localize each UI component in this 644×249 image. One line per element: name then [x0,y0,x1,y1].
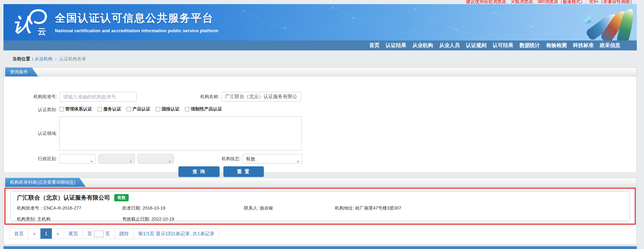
city-select[interactable]: ▼ [98,154,135,164]
nav-item-procurement-info[interactable]: 政采信息 [600,42,620,49]
nav-item-tech-standards[interactable]: 科技标准 [573,42,594,49]
main-nav: 首页 认证结果 从业机构 从业人员 认证规则 认可结果 数据统计 检验检测 科技… [3,40,637,50]
logo-cloud-glyph: 云 [38,26,46,37]
breadcrumb: 当前位置：从业机构/认证机构名录 [3,50,637,67]
checkbox-icon[interactable] [127,107,131,111]
pagination-prev[interactable]: « [28,228,40,239]
approval-number-label: 机构批准号: [4,92,57,102]
breadcrumb-link-agencies[interactable]: 从业机构 [35,56,52,61]
pagination-info: 第1/1页 显示1到1条记录, 共1条记录 [134,228,219,239]
nav-item-cert-rules[interactable]: 认证规则 [466,42,487,49]
chevron-down-icon: ▼ [129,157,132,166]
checkbox-compulsory-product-cert[interactable]: 强制性产品认证 [185,106,222,112]
agency-status-value: 有效 [246,156,255,162]
result-agency-name[interactable]: 广汇联合（北京）认证服务有限公司 [17,194,110,202]
query-form: 机构批准号: 机构名称: 认证类别: 管理体系认证 服务认证 产品认证 国推认证… [4,76,636,173]
province-select[interactable]: ▼ [59,154,96,164]
breadcrumb-label: 当前位置： [12,56,35,61]
site-logo[interactable]: 认 云 [13,8,54,38]
checkbox-service-cert[interactable]: 服务认证 [97,106,121,112]
site-subtitle: National certification and accreditation… [55,28,218,33]
cert-category-label: 认证类别: [4,107,57,113]
nav-item-data-statistics[interactable]: 数据统计 [519,42,540,49]
status-badge: 有效 [114,194,129,201]
nav-item-inspection[interactable]: 检验检测 [546,42,567,49]
site-header: 认 云 全国认证认可信息公共服务平台 National certificatio… [3,4,637,40]
breadcrumb-current: 认证机构名录 [59,56,86,61]
pagination-goto: 至页 [83,228,115,239]
result-field-approval-date: 批准日期: 2016-10-19 [122,205,244,211]
checkbox-icon[interactable] [59,107,64,111]
agency-status-label: 机构状态: [196,154,241,164]
chevron-down-icon: ▼ [297,157,300,166]
nav-item-agencies[interactable]: 从业机构 [412,42,433,49]
nav-item-home[interactable]: 首页 [369,42,379,49]
nav-item-personnel[interactable]: 从业人员 [439,42,460,49]
page-container: 认 云 全国认证认可信息公共服务平台 National certificatio… [3,4,637,245]
breadcrumb-separator: / [55,56,57,61]
goto-page-input[interactable] [94,230,104,237]
checkbox-icon[interactable] [97,107,102,111]
result-field-contact: 联系人: 杨吉银 [244,205,335,211]
checkbox-management-system[interactable]: 管理体系认证 [59,106,92,112]
pagination-next[interactable]: » [52,228,64,239]
agency-status-select[interactable]: 有效▼ [242,154,302,164]
agency-name-label: 机构名称: [151,92,219,102]
district-select[interactable]: ▼ [138,154,174,164]
pagination-last[interactable]: 尾页 [64,228,83,239]
pagination-page-1[interactable]: 1 [40,228,52,239]
checkbox-icon[interactable] [185,107,189,111]
checkbox-product-cert[interactable]: 产品认证 [127,106,150,112]
result-field-agency-type: 机构类别: 主机构 [17,216,122,222]
checkbox-national-cert[interactable]: 国推认证 [156,106,179,112]
query-panel: 查询条件 机构批准号: 机构名称: 认证类别: 管理体系认证 服务认证 产品认证… [3,67,637,173]
result-card[interactable]: 广汇联合（北京）认证服务有限公司 有效 机构批准号：CNCA-R-2016-27… [10,191,630,221]
tab-query-conditions[interactable]: 查询条件 [5,68,38,76]
query-panel-header: 查询条件 [4,68,636,76]
nav-item-accreditation-results[interactable]: 认可结果 [493,42,513,49]
cert-field-textarea[interactable] [59,116,302,151]
pagination: 首页 « 1 » 尾页 至页 跳转 第1/1页 显示1到1条记录, 共1条记录 [9,228,219,239]
result-highlight-box: 广汇联合（北京）认证服务有限公司 有效 机构批准号：CNCA-R-2016-27… [4,188,636,225]
footer-bar [3,246,637,249]
logo-swoosh-icon [27,8,51,29]
results-panel: 机构名录列表(点击查看详细信息) 广汇联合（北京）认证服务有限公司 有效 机构批… [3,178,637,245]
approval-number-input[interactable] [59,92,137,102]
result-field-expiry-date: 有效截止日期: 2022-10-19 [122,216,244,222]
browser-notice: 建议使用谷歌浏览器、火狐浏览器、360浏览器（极速模式）、IE9+（非兼容性视图… [0,0,644,4]
chevron-down-icon: ▼ [168,157,171,166]
search-button[interactable]: 查 询 [178,166,220,177]
cert-field-label: 认证领域: [4,116,57,151]
pagination-first[interactable]: 首页 [10,228,28,239]
header-collage-graphic [574,6,635,40]
results-panel-header: 机构名录列表(点击查看详细信息) [4,178,636,187]
nav-item-cert-results[interactable]: 认证结果 [386,42,406,49]
chevron-down-icon: ▼ [90,157,93,166]
agency-name-input[interactable] [221,92,301,102]
pagination-jump-button[interactable]: 跳转 [115,228,134,239]
site-title: 全国认证认可信息公共服务平台 [55,11,218,25]
reset-button[interactable]: 重 置 [223,166,264,177]
tab-results-list[interactable]: 机构名录列表(点击查看详细信息) [5,178,86,187]
result-field-address: 机构地址: 砖厂南里47号楼3层307 [335,205,623,211]
checkbox-icon[interactable] [156,107,160,111]
region-label: 行政区划: [4,154,57,164]
cert-category-group: 管理体系认证 服务认证 产品认证 国推认证 强制性产品认证 [59,106,222,112]
result-field-approval-number: 机构批准号：CNCA-R-2016-277 [17,205,122,211]
